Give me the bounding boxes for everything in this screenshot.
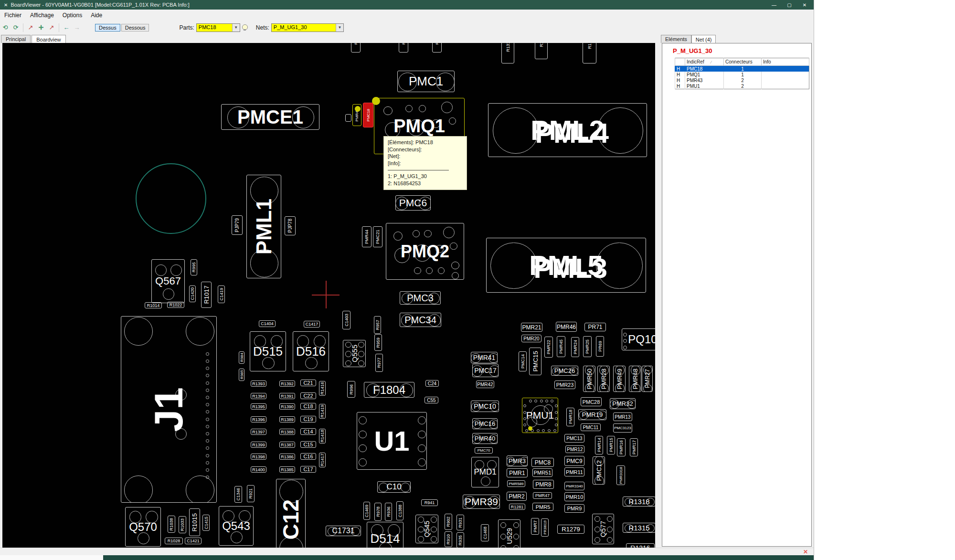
board-part-R921[interactable]: R921	[247, 485, 255, 502]
board-part-PMC70[interactable]: PMC70	[475, 447, 493, 454]
board-part-U1[interactable]: U1	[357, 412, 427, 470]
board-part-PMC1[interactable]: PMC1	[397, 71, 455, 92]
net-table-cell-info[interactable]	[762, 72, 809, 77]
board-part-PMC16[interactable]: PMC16	[472, 418, 498, 429]
tab-principal[interactable]: Principal	[1, 35, 31, 43]
net-table-cell-conn[interactable]: 2	[724, 77, 762, 83]
board-part-PMR10[interactable]: PMR10	[564, 492, 584, 501]
board-part-R1[interactable]: R1	[583, 43, 596, 63]
board-part-C1419[interactable]: C1419	[218, 285, 225, 303]
net-table-cell-ref[interactable]: PMQ1	[685, 72, 724, 77]
board-part-PMC34[interactable]: PMC34	[400, 313, 441, 327]
board-part-R[interactable]: R	[399, 43, 408, 53]
board-part-R1318[interactable]: R1318	[623, 497, 655, 507]
board-part-PMC28[interactable]: PMC28	[581, 397, 602, 406]
board-part-C1404[interactable]: C1404	[259, 320, 276, 327]
parts-combobox[interactable]: PMC18 ▼	[196, 23, 240, 32]
board-part-R1387[interactable]: R1387	[279, 442, 295, 448]
board-part-R1389[interactable]: R1389	[279, 416, 295, 423]
net-table-cell-conn[interactable]: 2	[724, 83, 762, 89]
board-part-Q555[interactable]: Q555	[343, 340, 366, 367]
board-part-C17[interactable]: C17	[300, 466, 316, 473]
board-part-R1017[interactable]: R1017	[201, 282, 212, 308]
net-table-cell-c0[interactable]: H	[675, 77, 685, 83]
board-part-C19[interactable]: C19	[300, 416, 316, 423]
board-part-R1419[interactable]: R1419	[319, 404, 326, 419]
board-part-PMR39[interactable]: PMR39	[463, 495, 500, 509]
board-part-PMC26[interactable]: PMC26	[551, 366, 578, 376]
board-part-R1028[interactable]: R1028	[165, 538, 183, 544]
board-part-C18[interactable]: C18	[300, 403, 316, 410]
net-table-header[interactable]: Info	[762, 58, 809, 66]
board-part-R1418[interactable]: R1418	[319, 429, 326, 444]
board-part-PMR32[interactable]: PMR32	[610, 398, 636, 409]
board-part[interactable]	[345, 114, 351, 122]
board-part-Q577[interactable]: Q577	[592, 514, 614, 544]
horizontal-scrollbar[interactable]	[0, 555, 814, 560]
zoom-select-icon[interactable]: ↗	[47, 23, 56, 32]
net-table-cell-ref[interactable]: PMR43	[685, 77, 724, 83]
board-part-PMR43[interactable]: PMR43	[352, 104, 361, 126]
board-part-Q545[interactable]: Q545	[415, 515, 438, 543]
board-part-PMC15[interactable]: PMC15	[529, 348, 541, 375]
board-part-PMR1[interactable]: PMR1	[507, 468, 528, 477]
board-part-R1417[interactable]: R1417	[319, 453, 326, 467]
board-part-PMR22[interactable]: PMR22	[544, 337, 553, 358]
board-part-R910[interactable]: R910	[445, 531, 452, 547]
board-part-R1398[interactable]: R1398	[251, 454, 266, 460]
dessus-toggle[interactable]: Dessus	[95, 24, 120, 32]
board-part-PMR11[interactable]: PMR11	[564, 467, 584, 476]
board-part-R1392[interactable]: R1392	[279, 380, 295, 387]
board-part-PMR24[interactable]: PMR24	[571, 337, 579, 357]
board-part-C1420[interactable]: C1420	[189, 285, 196, 302]
board-part-PMC18[interactable]: PMC18	[363, 103, 373, 127]
board-part-R931[interactable]: R931	[456, 515, 464, 530]
net-table[interactable]: IndicRef∕ConnecteursInfo HPMC181HPMQ11HP…	[675, 58, 809, 89]
menu-aide[interactable]: Aide	[86, 10, 106, 21]
dessous-toggle[interactable]: Dessous	[121, 24, 149, 32]
board-part-PMC13[interactable]: PMC13	[564, 434, 584, 443]
board-part-C15[interactable]: C15	[300, 441, 316, 448]
board-part-PQ10[interactable]: PQ10	[622, 328, 655, 350]
board-part-R959[interactable]: R959	[374, 334, 382, 351]
tab-net[interactable]: Net (4)	[691, 35, 716, 43]
menu-affichage[interactable]: Affichage	[26, 10, 58, 21]
board-part-R1[interactable]: R1	[535, 43, 548, 59]
net-table-header[interactable]: IndicRef∕	[685, 58, 724, 66]
board-part-PML5[interactable]: PML5PML3	[486, 238, 646, 293]
board-part-PMC17[interactable]: PMC17	[472, 364, 499, 377]
board-part-PMC9[interactable]: PMC9	[564, 456, 584, 466]
net-table-cell-c0[interactable]: H	[675, 83, 685, 89]
board-part-PMR16[interactable]: PMR16	[617, 438, 626, 456]
board-part-PR71[interactable]: PR71	[584, 323, 606, 331]
board-part-R935[interactable]: R935	[456, 532, 464, 548]
board-part-PMC21[interactable]: PMC21	[373, 226, 382, 247]
board-part-R936[interactable]: R936	[385, 503, 392, 521]
board-part-PMR20[interactable]: PMR20	[521, 335, 541, 342]
board-part-C1403[interactable]: C1403	[342, 311, 350, 329]
board-part-R1416[interactable]: R1416	[319, 381, 326, 396]
locate-part-icon[interactable]: ↗	[26, 23, 35, 32]
board-part-C10[interactable]: C10	[377, 481, 411, 493]
net-table-header[interactable]: Connecteurs	[724, 58, 762, 66]
board-part-C1731[interactable]: C1731	[326, 526, 361, 536]
board-part-R1014[interactable]: R1014	[145, 302, 162, 308]
board-part-PMR14[interactable]: PMR14	[595, 436, 603, 454]
board-part-C1346[interactable]: C1346	[234, 486, 242, 503]
board-part-C22[interactable]: C22	[300, 392, 316, 399]
board-part-PMR45[interactable]: PMR45	[557, 336, 565, 357]
board-part-PMR589[interactable]: PMR589	[507, 480, 525, 487]
board-part-C1469[interactable]: C1469	[363, 502, 370, 520]
board-part-C1468[interactable]: C1468	[481, 524, 489, 541]
board-part-PMR17[interactable]: PMR17	[630, 438, 638, 456]
rotate-ccw-icon[interactable]: ⟲	[0, 23, 10, 32]
net-table-cell-ref[interactable]: PMC18	[685, 66, 724, 72]
nets-combobox[interactable]: P_M_UG1_30 ▼	[271, 23, 344, 32]
board-part-PMU1[interactable]: PMU1	[522, 398, 558, 433]
board-part-C12[interactable]: C12	[276, 479, 306, 548]
board-part-PMR50[interactable]: PMR50	[583, 366, 595, 392]
net-table-cell-conn[interactable]: 1	[724, 72, 762, 77]
board-part-R1394[interactable]: R1394	[251, 393, 266, 399]
forward-arrow-icon[interactable]: →	[72, 23, 82, 32]
board-part-PMC3123[interactable]: PMC3123	[613, 423, 632, 433]
